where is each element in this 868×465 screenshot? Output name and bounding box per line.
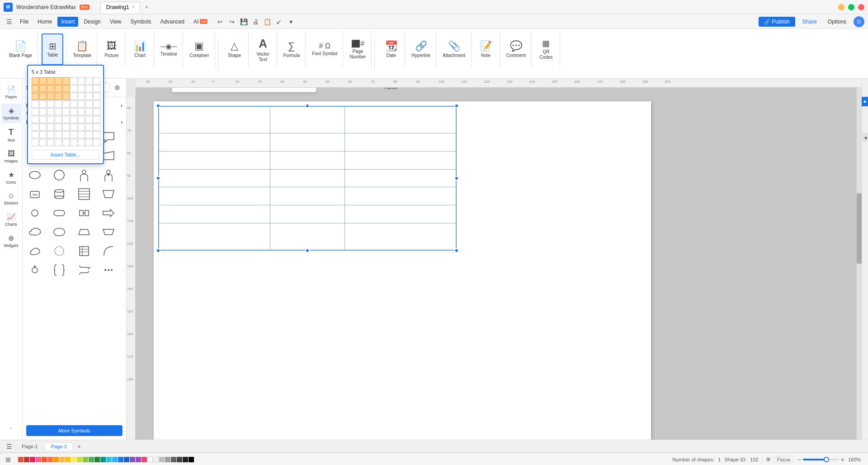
table-cell-1-2[interactable] bbox=[344, 133, 456, 152]
export-button[interactable]: 📋 bbox=[262, 16, 273, 27]
zoom-out-button[interactable]: − bbox=[797, 456, 801, 463]
user-avatar[interactable]: D bbox=[854, 16, 864, 27]
vector-text-button[interactable]: A VectorText bbox=[252, 33, 274, 65]
color-swatch[interactable] bbox=[118, 457, 123, 462]
font-symbol-button[interactable]: # Ω Font Symbol bbox=[309, 33, 340, 65]
sidebar-widgets-button[interactable]: ⊕ Widgets bbox=[1, 231, 21, 251]
save-button[interactable]: 💾 bbox=[238, 16, 249, 27]
sidebar-pages-button[interactable]: 📄 Pages bbox=[1, 82, 21, 102]
color-swatch[interactable] bbox=[89, 457, 94, 462]
zoom-slider-thumb[interactable] bbox=[824, 457, 829, 462]
shape-arc[interactable] bbox=[100, 242, 117, 260]
table-cell-5-1[interactable] bbox=[270, 205, 345, 223]
date-button[interactable]: 📆 Date bbox=[380, 33, 402, 65]
snap-button[interactable]: ⊞ bbox=[5, 456, 11, 463]
shape-small-circle[interactable] bbox=[26, 204, 43, 222]
shape-diamond2[interactable] bbox=[51, 242, 68, 260]
table-cell-1-1[interactable] bbox=[270, 133, 345, 152]
zoom-in-button[interactable]: + bbox=[841, 456, 844, 463]
minimize-button[interactable] bbox=[838, 4, 844, 10]
sidebar-text-button[interactable]: T Text bbox=[1, 125, 21, 145]
canvas-content[interactable]: Arial 12 A+ A- ≡ A B I U S bbox=[136, 88, 862, 440]
handle-top-left[interactable] bbox=[156, 104, 160, 108]
shape-arrow[interactable] bbox=[100, 204, 117, 222]
print-button[interactable]: 🖨 bbox=[250, 16, 261, 27]
handle-mid-right[interactable] bbox=[454, 176, 459, 180]
table-cell-2-0[interactable] bbox=[159, 151, 270, 169]
format-painter-button[interactable]: 🖌 Format Painter bbox=[382, 88, 400, 90]
handle-top-right[interactable] bbox=[454, 104, 459, 108]
color-swatch[interactable] bbox=[130, 457, 135, 462]
color-swatch[interactable] bbox=[124, 457, 129, 462]
page-tab-page1[interactable]: Page-1 bbox=[16, 443, 43, 450]
handle-bottom-left[interactable] bbox=[156, 248, 160, 253]
zoom-slider[interactable] bbox=[803, 459, 839, 460]
qr-codes-button[interactable]: ▦ QRCodes bbox=[535, 33, 557, 65]
color-swatch[interactable] bbox=[65, 457, 71, 462]
color-swatch[interactable] bbox=[112, 457, 118, 462]
more-format-button[interactable]: … More bbox=[402, 88, 420, 90]
shape-small-circle2[interactable] bbox=[26, 261, 43, 279]
color-swatch[interactable] bbox=[147, 457, 153, 462]
shape-manual-op[interactable] bbox=[100, 185, 117, 203]
color-swatch[interactable] bbox=[100, 457, 106, 462]
shape-rounded-rect3[interactable] bbox=[51, 223, 68, 241]
shape-rounded-rect2[interactable] bbox=[51, 204, 68, 222]
hyperlink-button[interactable]: 🔗 Hyperlink bbox=[409, 33, 433, 65]
sidebar-collapse-button[interactable]: ‹ bbox=[7, 423, 16, 432]
shape-person2[interactable] bbox=[100, 166, 117, 184]
color-swatch[interactable] bbox=[36, 457, 41, 462]
handle-mid-left[interactable] bbox=[156, 176, 160, 180]
color-swatch[interactable] bbox=[71, 457, 76, 462]
color-swatch[interactable] bbox=[153, 457, 159, 462]
table-cell-0-1[interactable] bbox=[270, 106, 345, 133]
table-cell-0-2[interactable] bbox=[344, 106, 456, 133]
chart-button[interactable]: 📊 Chart bbox=[129, 33, 151, 65]
table-cell-4-2[interactable] bbox=[344, 187, 456, 205]
shape-trapezoid[interactable] bbox=[75, 223, 93, 241]
color-swatch[interactable] bbox=[189, 457, 194, 462]
color-swatch[interactable] bbox=[106, 457, 112, 462]
table-cell-2-1[interactable] bbox=[270, 151, 345, 169]
menu-view[interactable]: View bbox=[106, 17, 125, 27]
color-swatch[interactable] bbox=[165, 457, 170, 462]
attachment-button[interactable]: 📎 Attachment bbox=[440, 33, 468, 65]
shape-small-cloud[interactable] bbox=[26, 242, 43, 260]
table-cell-5-2[interactable] bbox=[344, 205, 456, 223]
color-swatch[interactable] bbox=[77, 457, 82, 462]
color-swatch[interactable] bbox=[30, 457, 35, 462]
color-swatch[interactable] bbox=[159, 457, 165, 462]
sidebar-symbols-button[interactable]: ◈ Symbols bbox=[1, 104, 21, 123]
handle-bottom-right[interactable] bbox=[454, 248, 459, 253]
menu-insert[interactable]: Insert bbox=[57, 17, 78, 27]
sidebar-charts-button[interactable]: 📈 Charts bbox=[1, 210, 21, 229]
sidebar-toggle-button[interactable]: ☰ bbox=[4, 441, 14, 452]
table-cell-6-2[interactable] bbox=[344, 223, 456, 250]
shape-cloud[interactable] bbox=[26, 223, 43, 241]
table-cell-6-0[interactable] bbox=[159, 223, 270, 250]
color-swatch[interactable] bbox=[94, 457, 100, 462]
close-button[interactable] bbox=[858, 4, 864, 10]
canvas-area[interactable]: -30 -20 -10 0 10 20 30 40 50 60 70 80 90… bbox=[127, 79, 862, 440]
right-panel-tab2[interactable]: ◀ bbox=[862, 133, 868, 142]
shape-person[interactable] bbox=[75, 166, 93, 184]
template-button[interactable]: 📋 Template bbox=[70, 33, 94, 65]
table-cell-3-2[interactable] bbox=[344, 169, 456, 187]
shape-dots[interactable] bbox=[100, 261, 117, 279]
shape-brace2[interactable] bbox=[75, 261, 93, 279]
canvas-page[interactable]: Arial 12 A+ A- ≡ A B I U S bbox=[154, 101, 651, 440]
table-button[interactable]: ⊞ Table bbox=[42, 33, 63, 65]
fit-button[interactable]: ⊞ bbox=[766, 456, 770, 462]
handle-bottom-center[interactable] bbox=[305, 248, 310, 253]
shape-list[interactable] bbox=[75, 242, 93, 260]
table-cell-6-1[interactable] bbox=[270, 223, 345, 250]
page-number-button[interactable]: ⬛# PageNumber bbox=[347, 33, 368, 65]
color-swatch[interactable] bbox=[183, 457, 188, 462]
shape-button[interactable]: △ Shape bbox=[224, 33, 245, 65]
scrollbar-thumb[interactable] bbox=[857, 193, 862, 264]
shape-ellipse[interactable] bbox=[26, 166, 43, 184]
menu-design[interactable]: Design bbox=[80, 17, 104, 27]
more-options-button[interactable]: ▾ bbox=[285, 16, 296, 27]
add-tab-button[interactable]: + bbox=[141, 2, 152, 13]
page-tab-page2[interactable]: Page-2 bbox=[45, 442, 72, 450]
